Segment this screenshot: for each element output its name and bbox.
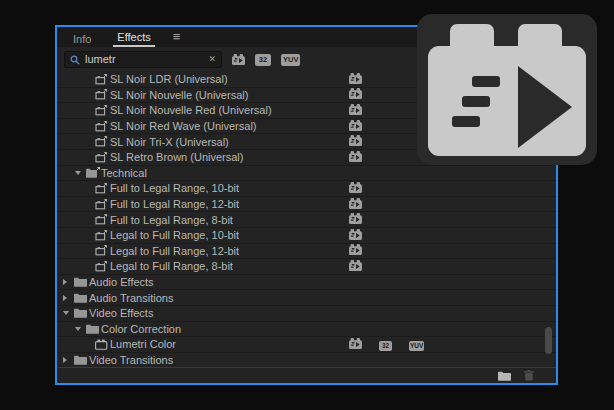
row-label: SL Retro Brown (Universal) xyxy=(110,151,243,163)
row-label: Legal to Full Range, 8-bit xyxy=(110,260,233,272)
accelerated-effects-badge xyxy=(349,213,362,226)
search-input[interactable]: lumetr ✕ xyxy=(64,51,222,68)
accelerated-effects-badge xyxy=(349,198,362,211)
preset-icon xyxy=(95,152,110,163)
row-label: Full to Legal Range, 8-bit xyxy=(110,214,233,226)
row-badges xyxy=(349,88,362,103)
row-badges xyxy=(349,119,362,134)
accelerated-effects-badge xyxy=(349,73,362,86)
row-label: Legal to Full Range, 10-bit xyxy=(110,229,239,241)
accelerated-effects-badge xyxy=(349,120,362,133)
row-label: Video Effects xyxy=(89,307,153,319)
tree-row[interactable]: Color Correction xyxy=(57,322,556,338)
tree-row[interactable]: Lumetri Color32YUV xyxy=(57,337,556,353)
chevron-right-icon[interactable] xyxy=(63,295,74,301)
accelerated-effects-badge xyxy=(349,88,362,101)
row-badges xyxy=(349,103,362,118)
row-label: SL Noir LDR (Universal) xyxy=(110,73,228,85)
row-badges xyxy=(349,212,362,227)
accelerated-effects-filter-button[interactable] xyxy=(232,54,245,65)
row-badges xyxy=(349,259,362,274)
clear-search-icon[interactable]: ✕ xyxy=(208,55,216,64)
chevron-down-icon[interactable] xyxy=(75,327,86,331)
folder-icon xyxy=(74,277,89,287)
row-badges xyxy=(349,134,362,149)
preset-icon xyxy=(95,74,110,85)
preset-icon xyxy=(95,89,110,100)
tab-info[interactable]: Info xyxy=(69,30,95,47)
accelerated-effects-badge xyxy=(349,135,362,148)
chevron-right-icon[interactable] xyxy=(63,357,74,363)
search-value: lumetr xyxy=(85,54,203,65)
row-label: Video Transitions xyxy=(89,354,173,366)
preset-icon xyxy=(95,261,110,272)
delete-icon[interactable] xyxy=(524,367,534,385)
tree-row[interactable]: Video Effects xyxy=(57,306,556,322)
accelerated-effects-badge xyxy=(349,338,362,351)
preset-icon xyxy=(95,230,110,241)
new-custom-bin-icon[interactable] xyxy=(498,367,511,385)
row-label: Audio Effects xyxy=(89,276,154,288)
chevron-right-icon[interactable] xyxy=(63,279,74,285)
preset-icon xyxy=(95,136,110,147)
effect-icon xyxy=(95,339,110,350)
folder-icon xyxy=(74,355,89,365)
accelerated-effects-badge xyxy=(349,104,362,117)
search-icon xyxy=(70,51,80,69)
row-label: Audio Transitions xyxy=(89,292,173,304)
tree-row[interactable]: Full to Legal Range, 10-bit xyxy=(57,181,556,197)
tree-row[interactable]: Audio Effects xyxy=(57,275,556,291)
row-label: Color Correction xyxy=(101,323,181,335)
accelerated-effects-badge xyxy=(349,229,362,242)
preset-icon xyxy=(95,214,110,225)
row-label: Technical xyxy=(101,167,147,179)
preset-icon xyxy=(95,105,110,116)
row-label: SL Noir Tri-X (Universal) xyxy=(110,136,229,148)
row-label: Lumetri Color xyxy=(110,338,176,350)
row-label: SL Noir Red Wave (Universal) xyxy=(110,120,257,132)
folder-icon xyxy=(86,324,101,334)
row-badges: 32YUV xyxy=(349,337,424,352)
row-badges xyxy=(349,72,362,87)
preset-bin-icon xyxy=(86,167,101,178)
chevron-down-icon[interactable] xyxy=(75,171,86,175)
accelerated-effects-badge xyxy=(349,260,362,273)
row-badges xyxy=(349,150,362,165)
tree-row[interactable]: Audio Transitions xyxy=(57,290,556,306)
chevron-down-icon[interactable] xyxy=(63,311,74,315)
32-bit-color-badge: 32 xyxy=(379,338,392,351)
panel-menu-icon[interactable]: ≡ xyxy=(173,29,181,47)
folder-icon xyxy=(74,308,89,318)
row-label: Full to Legal Range, 10-bit xyxy=(110,182,239,194)
row-badges xyxy=(349,181,362,196)
row-label: Full to Legal Range, 12-bit xyxy=(110,198,239,210)
yuv-effects-badge: YUV xyxy=(409,338,424,351)
accelerated-effects-badge xyxy=(349,244,362,257)
preset-icon xyxy=(95,245,110,256)
vertical-scrollbar-thumb[interactable] xyxy=(545,327,552,354)
yuv-effects-filter-button[interactable]: YUV xyxy=(281,54,300,66)
accelerated-effects-badge xyxy=(349,151,362,164)
tree-row[interactable]: Full to Legal Range, 12-bit xyxy=(57,197,556,213)
tree-row[interactable]: Video Transitions xyxy=(57,353,556,369)
tree-row[interactable]: Legal to Full Range, 10-bit xyxy=(57,228,556,244)
row-label: SL Noir Nouvelle (Universal) xyxy=(110,89,248,101)
row-badges xyxy=(349,244,362,259)
accelerated-effects-badge xyxy=(349,182,362,195)
tree-row[interactable]: Legal to Full Range, 12-bit xyxy=(57,244,556,260)
tree-row[interactable]: Legal to Full Range, 8-bit xyxy=(57,259,556,275)
tab-effects[interactable]: Effects xyxy=(113,28,154,47)
row-badges xyxy=(349,228,362,243)
accelerated-effect-badge-magnified-icon xyxy=(417,14,597,165)
tree-row[interactable]: Full to Legal Range, 8-bit xyxy=(57,212,556,228)
preset-icon xyxy=(95,199,110,210)
row-label: SL Noir Nouvelle Red (Universal) xyxy=(110,104,272,116)
panel-footer-bar xyxy=(57,367,556,383)
32bit-color-filter-button[interactable]: 32 xyxy=(255,54,271,66)
folder-icon xyxy=(74,293,89,303)
row-badges xyxy=(349,197,362,212)
row-label: Legal to Full Range, 12-bit xyxy=(110,245,239,257)
preset-icon xyxy=(95,121,110,132)
tree-row[interactable]: Technical xyxy=(57,166,556,182)
preset-icon xyxy=(95,183,110,194)
